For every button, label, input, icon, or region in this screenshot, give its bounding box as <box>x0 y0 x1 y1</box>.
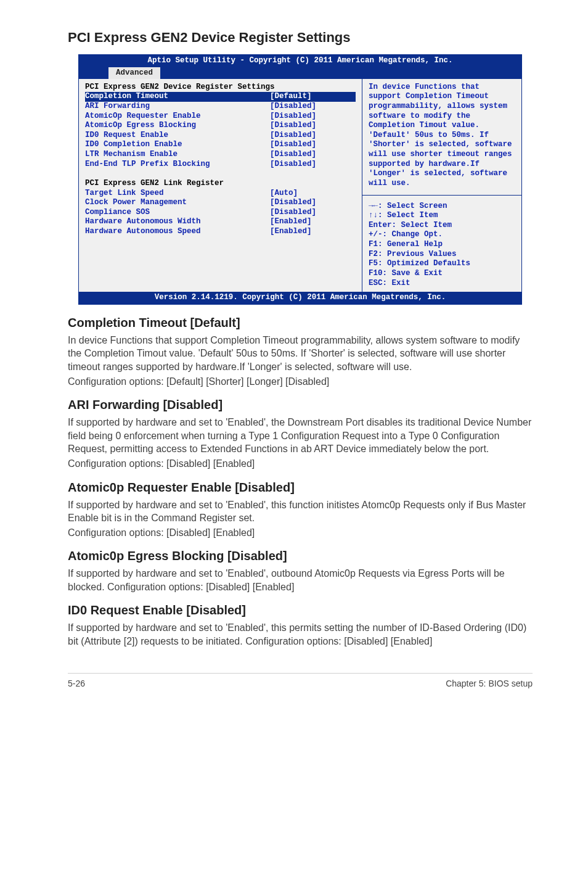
bios-setting-value: [Default] <box>270 92 356 102</box>
bios-setting-value: [Disabled] <box>270 121 356 131</box>
bios-nav-line: →←: Select Screen <box>369 202 515 212</box>
bios-nav-line: Enter: Select Item <box>369 221 515 231</box>
bios-setting-label: AtomicOp Requester Enable <box>85 112 270 122</box>
bios-setting-row[interactable]: End-End TLP Prefix Blocking[Disabled] <box>85 160 356 170</box>
section-heading: ID0 Request Enable [Disabled] <box>68 603 533 617</box>
bios-setting-row[interactable]: Hardware Autonomous Speed[Enabled] <box>85 227 356 237</box>
section-heading: Completion Timeout [Default] <box>68 316 533 330</box>
bios-nav-line: ESC: Exit <box>369 279 515 289</box>
section-paragraph: Configuration options: [Disabled] [Enabl… <box>68 526 533 540</box>
bios-setting-row[interactable]: Completion Timeout[Default] <box>85 92 356 102</box>
bios-setting-label: ID0 Completion Enable <box>85 140 270 150</box>
bios-nav-help: →←: Select Screen↑↓: Select ItemEnter: S… <box>369 202 515 289</box>
section-heading: Atomic0p Egress Blocking [Disabled] <box>68 549 533 563</box>
bios-setting-label: Target Link Speed <box>85 189 270 199</box>
bios-setting-value: [Disabled] <box>270 102 356 112</box>
bios-setting-value: [Disabled] <box>270 131 356 141</box>
bios-help-text: In device Functions that support Complet… <box>369 83 515 189</box>
section-paragraph: In device Functions that support Complet… <box>68 334 533 374</box>
section-paragraph: Configuration options: [Disabled] [Enabl… <box>68 457 533 471</box>
bios-setting-label: End-End TLP Prefix Blocking <box>85 160 270 170</box>
bios-setting-row[interactable]: Compliance SOS[Disabled] <box>85 208 356 218</box>
bios-screenshot: Aptio Setup Utility - Copyright (C) 2011… <box>78 54 522 305</box>
bios-setting-label: LTR Mechanism Enable <box>85 150 270 160</box>
bios-setting-row[interactable]: ID0 Request Enable[Disabled] <box>85 131 356 141</box>
bios-setting-value: [Disabled] <box>270 198 356 208</box>
bios-setting-value: [Disabled] <box>270 160 356 170</box>
bios-setting-value: [Enabled] <box>270 217 356 227</box>
page-footer: 5-26 Chapter 5: BIOS setup <box>68 673 533 688</box>
bios-top-title: Aptio Setup Utility - Copyright (C) 2011… <box>79 55 521 66</box>
bios-setting-label: Hardware Autonomous Width <box>85 217 270 227</box>
page-title: PCI Express GEN2 Device Register Setting… <box>68 30 533 46</box>
footer-page-number: 5-26 <box>68 679 85 688</box>
bios-right-panel: In device Functions that support Complet… <box>362 79 521 292</box>
bios-setting-value: [Disabled] <box>270 140 356 150</box>
bios-nav-line: F5: Optimized Defaults <box>369 259 515 269</box>
bios-setting-label: Clock Power Management <box>85 198 270 208</box>
bios-setting-label: ARI Forwarding <box>85 102 270 112</box>
bios-setting-value: [Enabled] <box>270 227 356 237</box>
bios-nav-line: F1: General Help <box>369 240 515 250</box>
section-paragraph: If supported by hardware and set to 'Ena… <box>68 567 533 593</box>
bios-setting-label: Compliance SOS <box>85 208 270 218</box>
bios-setting-label: Hardware Autonomous Speed <box>85 227 270 237</box>
bios-tab-advanced[interactable]: Advanced <box>108 67 160 80</box>
bios-setting-label: AtomicOp Egress Blocking <box>85 121 270 131</box>
bios-setting-label: ID0 Request Enable <box>85 131 270 141</box>
bios-setting-row[interactable]: ID0 Completion Enable[Disabled] <box>85 140 356 150</box>
bios-setting-value: [Auto] <box>270 189 356 199</box>
bios-nav-line: ↑↓: Select Item <box>369 211 515 221</box>
section-heading: ARI Forwarding [Disabled] <box>68 398 533 412</box>
bios-setting-row[interactable]: Hardware Autonomous Width[Enabled] <box>85 217 356 227</box>
bios-setting-row[interactable]: AtomicOp Egress Blocking[Disabled] <box>85 121 356 131</box>
bios-nav-line: F10: Save & Exit <box>369 269 515 279</box>
bios-setting-row[interactable]: LTR Mechanism Enable[Disabled] <box>85 150 356 160</box>
bios-section-header-1: PCI Express GEN2 Device Register Setting… <box>85 83 275 93</box>
bios-tab-band: Advanced <box>79 66 521 78</box>
section-paragraph: Configuration options: [Default] [Shorte… <box>68 375 533 389</box>
bios-setting-row[interactable]: Clock Power Management[Disabled] <box>85 198 356 208</box>
bios-left-panel: PCI Express GEN2 Device Register Setting… <box>79 79 362 292</box>
bios-footer: Version 2.14.1219. Copyright (C) 2011 Am… <box>79 292 521 304</box>
bios-nav-line: +/-: Change Opt. <box>369 230 515 240</box>
bios-setting-value: [Disabled] <box>270 208 356 218</box>
bios-setting-row[interactable]: AtomicOp Requester Enable[Disabled] <box>85 112 356 122</box>
bios-section-header-2: PCI Express GEN2 Link Register <box>85 179 270 189</box>
bios-setting-value: [Disabled] <box>270 112 356 122</box>
section-paragraph: If supported by hardware and set to 'Ena… <box>68 416 533 456</box>
section-paragraph: If supported by hardware and set to 'Ena… <box>68 498 533 525</box>
bios-setting-label: Completion Timeout <box>85 92 270 102</box>
bios-setting-row[interactable]: Target Link Speed[Auto] <box>85 189 356 199</box>
footer-chapter: Chapter 5: BIOS setup <box>446 679 533 688</box>
bios-setting-value: [Disabled] <box>270 150 356 160</box>
bios-nav-line: F2: Previous Values <box>369 250 515 260</box>
bios-setting-row[interactable]: ARI Forwarding[Disabled] <box>85 102 356 112</box>
section-paragraph: If supported by hardware and set to 'Ena… <box>68 621 533 648</box>
section-heading: Atomic0p Requester Enable [Disabled] <box>68 481 533 495</box>
